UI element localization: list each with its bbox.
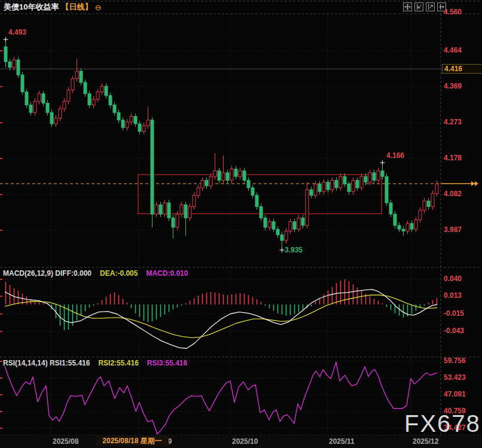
price-axis-label: 4.369	[444, 82, 481, 90]
candle-body	[63, 101, 66, 109]
macd-axis-label: 0.013	[444, 291, 481, 300]
candle-body	[264, 218, 267, 227]
candle-body	[335, 180, 338, 188]
chart-header: 美债10年收益率 【日线】 ⊖	[4, 2, 101, 13]
price-axis-label: 4.464	[444, 46, 481, 54]
date-axis-label: 2025/11	[329, 437, 355, 446]
candle-body	[251, 188, 254, 196]
candle-body	[25, 92, 28, 105]
pan-right-icon[interactable]	[437, 2, 446, 11]
collapse-icon[interactable]: ⊖	[94, 4, 101, 11]
date-axis-label: 2025/10	[232, 437, 258, 446]
current-price-arrow-icon	[471, 181, 478, 186]
candle-body	[347, 184, 350, 192]
candle-body	[268, 222, 271, 227]
price-axis-label: 4.178	[444, 154, 481, 162]
candle-body	[327, 182, 330, 190]
candle-body	[38, 94, 41, 102]
candle-body	[151, 120, 154, 214]
crosshair-date-label: 2025/08/18 星期一	[96, 436, 169, 446]
candle-body	[130, 116, 133, 121]
candle-body	[293, 222, 296, 230]
candle-body	[318, 184, 321, 192]
price-extreme-label: 4.493	[8, 28, 26, 36]
macd-axis-label: -0.015	[444, 309, 481, 318]
price-extreme-label: 4.166	[386, 151, 404, 160]
move-crosshair-icon[interactable]	[403, 2, 412, 11]
macd-macd-value: MACD:0.010	[146, 269, 188, 278]
candle-body	[71, 79, 74, 90]
rsi-readout: RSI(14,14,14) RSI1:55.416 RSI2:55.416 RS…	[3, 359, 187, 367]
candle-body	[155, 205, 158, 214]
candle-body	[410, 224, 413, 229]
candle-body	[314, 184, 317, 196]
candle-body	[100, 86, 103, 92]
candle-body	[163, 203, 166, 214]
macd-readout: MACD(26,12,9) DIFF:0.000 DEA:-0.005 MACD…	[3, 269, 188, 278]
candle-body	[285, 231, 288, 240]
candle-body	[239, 171, 242, 176]
candle-body	[96, 92, 99, 100]
candle-body	[172, 218, 175, 227]
candle-body	[80, 71, 83, 83]
date-axis: 2025/082025/092025/102025/112025/122025/…	[0, 435, 482, 448]
candle-body	[385, 176, 388, 203]
candle-body	[17, 60, 20, 75]
candle-body	[352, 180, 355, 191]
candle-body	[84, 83, 87, 94]
candle-body	[8, 62, 11, 67]
candle-body	[209, 176, 212, 186]
trading-chart-app: 美债10年收益率 【日线】 ⊖ MACD(26,12,9) DIFF:0.000	[0, 0, 482, 448]
candle-body	[105, 86, 108, 96]
instrument-title: 美债10年收益率	[4, 2, 59, 13]
chart-toolbar	[403, 2, 446, 11]
candle-body	[121, 120, 124, 128]
candle-body	[289, 222, 292, 231]
candle-body	[67, 90, 70, 101]
candle-body	[180, 205, 183, 214]
candle-body	[260, 206, 263, 218]
candle-body	[419, 211, 422, 220]
candle-body	[13, 60, 16, 68]
rsi1-value: RSI(14,14,14) RSI1:55.416	[3, 359, 90, 367]
candle-body	[377, 171, 380, 181]
candle-body	[188, 206, 191, 218]
rsi-axis-label: 59.756	[444, 356, 481, 365]
candle-body	[201, 180, 204, 188]
candle-body	[167, 203, 170, 218]
candle-body	[435, 184, 438, 194]
candle-body	[46, 103, 49, 112]
candle-body	[33, 101, 36, 112]
macd-dea-value: DEA:-0.005	[100, 269, 138, 278]
macd-axis-label: 0.040	[444, 275, 481, 283]
candle-body	[280, 235, 283, 240]
candle-body	[126, 122, 129, 127]
candle-body	[159, 205, 162, 214]
candle-body	[402, 229, 405, 231]
compress-scale-icon[interactable]	[414, 2, 423, 11]
candle-body	[255, 196, 258, 207]
candle-body	[322, 182, 325, 192]
candle-body	[310, 190, 313, 195]
candle-body	[306, 190, 309, 225]
price-axis-label: 4.082	[444, 190, 481, 198]
candle-body	[113, 105, 116, 113]
period-label[interactable]: 【日线】	[61, 2, 92, 13]
candle-body	[339, 176, 342, 188]
candle-body	[92, 99, 95, 105]
price-axis-label: 4.273	[444, 118, 481, 126]
price-axis-label: 3.987	[444, 225, 481, 234]
candle-body	[272, 222, 275, 230]
expand-scale-icon[interactable]	[426, 2, 435, 11]
candle-body	[42, 94, 45, 103]
candle-body	[142, 126, 145, 131]
price-axis-label: 4.560	[444, 8, 481, 16]
candle-body	[381, 171, 384, 176]
candle-body	[29, 105, 32, 113]
chart-canvas[interactable]	[0, 0, 482, 448]
candle-body	[364, 176, 367, 182]
candle-body	[247, 180, 250, 188]
date-axis-label: 2025/12	[413, 437, 438, 446]
candle-body	[59, 109, 62, 118]
candle-body	[176, 214, 179, 227]
